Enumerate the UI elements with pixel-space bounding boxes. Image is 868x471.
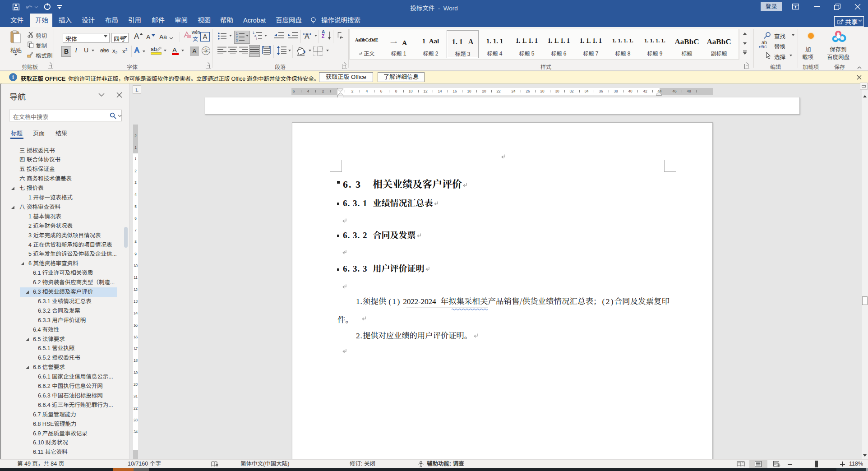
svg-text:2: 2 bbox=[236, 36, 238, 39]
svg-text:A: A bbox=[305, 32, 309, 40]
svg-text:3: 3 bbox=[236, 39, 238, 42]
svg-text:i: i bbox=[256, 37, 257, 40]
svg-text:1: 1 bbox=[236, 32, 238, 35]
